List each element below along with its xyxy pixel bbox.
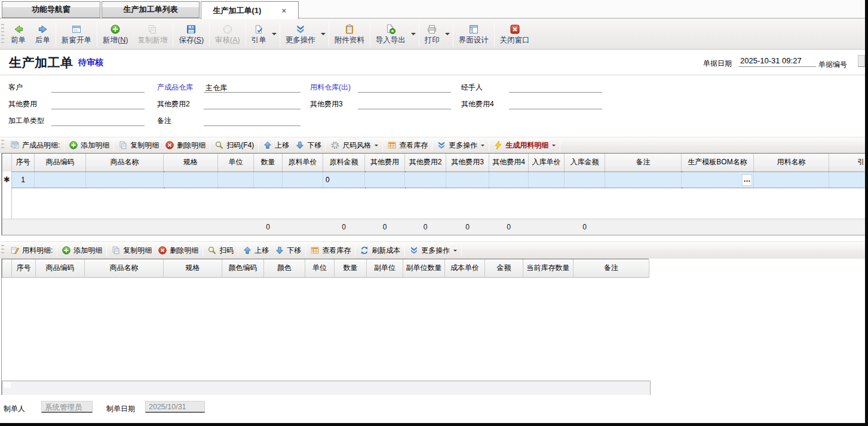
grid-cell[interactable]: … bbox=[682, 171, 754, 188]
dropdown-caret-icon[interactable] bbox=[445, 33, 450, 38]
grid-cell[interactable] bbox=[218, 171, 254, 188]
other-fee4-field[interactable] bbox=[509, 98, 602, 109]
products-detail-button-more-actions[interactable]: 更多操作 bbox=[434, 138, 487, 152]
products-detail-button-add-detail[interactable]: 添加明细 bbox=[66, 138, 112, 152]
dropdown-caret-icon[interactable] bbox=[481, 145, 484, 148]
toolbar-button-more-actions[interactable]: 更多操作 bbox=[281, 20, 320, 48]
other-fee3-field[interactable] bbox=[358, 98, 451, 109]
grid-cell[interactable]: 0 bbox=[323, 171, 365, 188]
dropdown-caret-icon[interactable] bbox=[411, 33, 416, 38]
column-header[interactable]: 备注 bbox=[605, 154, 682, 171]
materials-detail-button-copy-detail[interactable]: 复制明细 bbox=[108, 243, 155, 258]
column-header[interactable]: 商品编码 bbox=[36, 259, 85, 277]
toolbar-button-prev-doc[interactable]: 前单 bbox=[6, 20, 30, 48]
grid-cell[interactable] bbox=[254, 171, 283, 188]
remark-field[interactable] bbox=[204, 115, 300, 126]
column-header[interactable]: 其他费用2 bbox=[405, 154, 446, 171]
column-header[interactable]: 其他费用3 bbox=[446, 154, 489, 171]
dropdown-caret-icon[interactable] bbox=[321, 33, 326, 38]
toolbar-button-save[interactable]: 保存(S) bbox=[174, 20, 208, 48]
tab-nav-window[interactable]: 功能导航窗 bbox=[2, 1, 100, 18]
column-header[interactable]: 规格 bbox=[164, 259, 222, 277]
grid-cell[interactable] bbox=[86, 171, 164, 188]
column-header[interactable]: 商品名称 bbox=[85, 259, 164, 277]
tab-order-active[interactable]: 生产加工单(1)× bbox=[201, 1, 299, 19]
handler-field[interactable] bbox=[509, 81, 602, 93]
toolbar-button-ui-design[interactable]: 界面设计 bbox=[454, 20, 493, 48]
products-detail-button-move-up[interactable]: 上移 bbox=[260, 138, 292, 152]
doc-number-input[interactable] bbox=[858, 55, 865, 67]
scrollbar-thumb[interactable] bbox=[4, 382, 11, 388]
materials-detail-button-move-down[interactable]: 下移 bbox=[272, 243, 304, 258]
grid-cell[interactable] bbox=[164, 171, 218, 188]
toolbar-button-audit[interactable]: 审核(A) bbox=[210, 20, 245, 48]
column-header[interactable]: 当前库存数量 bbox=[523, 259, 573, 277]
dropdown-caret-icon[interactable] bbox=[552, 145, 556, 148]
column-header[interactable]: 副单位 bbox=[367, 259, 403, 277]
grid-cell[interactable] bbox=[35, 171, 86, 188]
column-header[interactable]: 单位 bbox=[305, 259, 335, 277]
grid-cell[interactable] bbox=[529, 171, 565, 188]
tab-order-list[interactable]: 生产加工单列表 bbox=[102, 1, 200, 18]
other-fee-field[interactable] bbox=[51, 98, 145, 109]
materials-detail-button-move-up[interactable]: 上移 bbox=[240, 243, 272, 258]
other-fee2-field[interactable] bbox=[204, 98, 300, 109]
product-warehouse-field[interactable]: 主仓库 bbox=[204, 81, 300, 93]
column-header[interactable]: 颜色 bbox=[264, 259, 305, 277]
column-header[interactable]: 序号 bbox=[12, 259, 36, 277]
tab-close-icon[interactable]: × bbox=[281, 7, 286, 15]
dropdown-caret-icon[interactable] bbox=[272, 33, 277, 38]
doc-date-input[interactable]: 2025-10-31 09:27 bbox=[738, 55, 816, 67]
dropdown-caret-icon[interactable] bbox=[453, 250, 457, 253]
grid-cell[interactable] bbox=[829, 171, 866, 188]
column-header[interactable]: 成本单价 bbox=[445, 259, 485, 277]
toolbar-grip[interactable] bbox=[1, 140, 4, 151]
products-detail-button-generate-material-detail[interactable]: 生成用料明细 bbox=[490, 138, 559, 152]
materials-detail-button-more-actions[interactable]: 更多操作 bbox=[406, 243, 460, 258]
toolbar-button-import-export[interactable]: 导入导出 bbox=[371, 20, 410, 48]
column-header[interactable]: 入库单价 bbox=[529, 154, 565, 171]
column-header[interactable]: 备注 bbox=[573, 259, 649, 277]
toolbar-button-pull-doc[interactable]: 引单 bbox=[247, 20, 271, 48]
column-header[interactable]: 副单位数量 bbox=[403, 259, 445, 277]
materials-detail-button-delete-detail[interactable]: 删除明细 bbox=[155, 243, 201, 258]
toolbar-grip[interactable] bbox=[1, 245, 4, 256]
column-header[interactable]: 入库金额 bbox=[565, 154, 605, 171]
toolbar-button-print[interactable]: 打印 bbox=[420, 20, 444, 48]
products-detail-button-scan-code[interactable]: 扫码(F4) bbox=[211, 138, 257, 152]
column-header[interactable]: 规格 bbox=[164, 154, 218, 171]
column-header[interactable]: 引 bbox=[829, 154, 866, 171]
toolbar-button-add-new[interactable]: 新增(N) bbox=[98, 20, 133, 48]
grid-cell[interactable] bbox=[605, 171, 682, 188]
column-header[interactable]: 用料名称 bbox=[754, 154, 829, 171]
process-order-type-field[interactable] bbox=[51, 115, 145, 126]
grid-cell[interactable] bbox=[754, 171, 829, 188]
column-header[interactable]: 其他费用 bbox=[365, 154, 405, 171]
grid-cell[interactable] bbox=[283, 171, 323, 188]
materials-detail-button-refresh-cost[interactable]: 刷新成本 bbox=[357, 243, 403, 258]
column-header[interactable]: 原料单价 bbox=[283, 154, 323, 171]
toolbar-button-copy-new[interactable]: 复制新增 bbox=[133, 20, 172, 48]
grid-cell[interactable]: 1 bbox=[12, 171, 35, 188]
toolbar-button-attachments[interactable]: 附件资料 bbox=[330, 20, 369, 48]
materials-detail-button-view-stock[interactable]: 查看库存 bbox=[307, 243, 354, 258]
toolbar-button-close-window[interactable]: 关闭窗口 bbox=[495, 20, 535, 48]
products-detail-button-move-down[interactable]: 下移 bbox=[292, 138, 324, 152]
material-warehouse-field[interactable] bbox=[358, 81, 451, 93]
toolbar-grip[interactable] bbox=[1, 24, 4, 44]
products-detail-button-size-style[interactable]: 尺码风格 bbox=[327, 138, 381, 152]
column-header[interactable]: 颜色编码 bbox=[222, 259, 264, 277]
grid-cell[interactable] bbox=[446, 171, 489, 188]
products-detail-button-view-stock[interactable]: 查看库存 bbox=[384, 138, 431, 152]
column-header[interactable]: 数量 bbox=[335, 259, 367, 277]
toolbar-button-new-window-doc[interactable]: 新窗开单 bbox=[57, 20, 96, 48]
column-header[interactable]: 金额 bbox=[485, 259, 523, 277]
column-header[interactable]: 数量 bbox=[254, 154, 283, 171]
grid-cell[interactable] bbox=[405, 171, 446, 188]
grid-cell[interactable] bbox=[365, 171, 405, 188]
products-grid-row[interactable]: ✱10… bbox=[2, 171, 866, 188]
column-header[interactable]: 原料金额 bbox=[323, 154, 365, 171]
materials-detail-button-scan-code[interactable]: 扫码 bbox=[204, 243, 237, 258]
bom-ellipsis-button[interactable]: … bbox=[742, 174, 752, 186]
column-header[interactable]: 序号 bbox=[12, 154, 35, 171]
